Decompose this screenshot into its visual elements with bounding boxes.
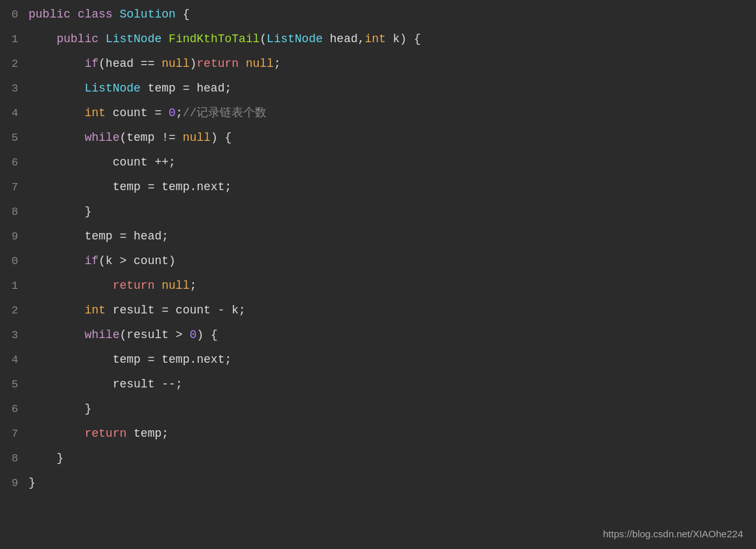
line-num-8: 8 xyxy=(0,204,18,221)
watermark: https://blog.csdn.net/XIAOhe224 xyxy=(603,526,743,541)
line-content-19: } xyxy=(29,474,756,493)
line-content-15: result --; xyxy=(29,376,756,394)
code-line-2: 2 if(head == null)return null; xyxy=(0,55,756,79)
code-line-6: 6 count ++; xyxy=(0,153,756,178)
line-content-16: } xyxy=(29,400,756,419)
line-content-2: if(head == null)return null; xyxy=(29,55,756,73)
line-content-14: temp = temp.next; xyxy=(29,351,756,369)
line-content-11: return null; xyxy=(29,277,756,295)
code-line-11: 1 return null; xyxy=(0,276,756,301)
line-num-1: 1 xyxy=(0,31,18,48)
line-num-10: 0 xyxy=(0,253,18,270)
line-num-11: 1 xyxy=(0,278,18,295)
code-editor: 0 public class Solution { 1 public ListN… xyxy=(0,0,756,549)
code-line-16: 6 } xyxy=(0,400,756,424)
line-num-5: 5 xyxy=(0,130,18,147)
line-content-3: ListNode temp = head; xyxy=(29,80,756,98)
line-content-8: } xyxy=(29,203,756,221)
code-line-0: 0 public class Solution { xyxy=(0,5,756,30)
line-num-16: 6 xyxy=(0,401,18,418)
code-line-18: 8 } xyxy=(0,449,756,474)
line-num-3: 3 xyxy=(0,80,18,97)
code-line-1: 1 public ListNode FindKthToTail(ListNode… xyxy=(0,30,756,55)
code-line-19: 9 } xyxy=(0,474,756,498)
code-line-7: 7 temp = temp.next; xyxy=(0,178,756,202)
line-num-7: 7 xyxy=(0,179,18,196)
code-line-13: 3 while(result > 0) { xyxy=(0,326,756,350)
line-num-4: 4 xyxy=(0,105,18,122)
code-line-12: 2 int result = count - k; xyxy=(0,301,756,326)
line-content-18: } xyxy=(29,450,756,468)
line-num-2: 2 xyxy=(0,56,18,73)
line-content-0: public class Solution { xyxy=(29,6,756,24)
line-num-17: 7 xyxy=(0,426,18,443)
line-content-7: temp = temp.next; xyxy=(29,178,756,197)
line-num-14: 4 xyxy=(0,352,18,369)
code-line-17: 7 return temp; xyxy=(0,424,756,449)
code-line-14: 4 temp = temp.next; xyxy=(0,350,756,375)
line-content-9: temp = head; xyxy=(29,228,756,246)
line-num-18: 8 xyxy=(0,450,18,467)
code-line-15: 5 result --; xyxy=(0,375,756,400)
line-content-12: int result = count - k; xyxy=(29,302,756,320)
line-content-4: int count = 0;//记录链表个数 xyxy=(29,104,756,123)
line-num-12: 2 xyxy=(0,302,18,319)
code-line-4: 4 int count = 0;//记录链表个数 xyxy=(0,104,756,128)
line-content-5: while(temp != null) { xyxy=(29,129,756,147)
line-num-9: 9 xyxy=(0,228,18,245)
code-line-10: 0 if(k > count) xyxy=(0,252,756,276)
line-num-0: 0 xyxy=(0,6,18,23)
line-content-1: public ListNode FindKthToTail(ListNode h… xyxy=(29,30,756,49)
code-line-3: 3 ListNode temp = head; xyxy=(0,79,756,104)
line-num-13: 3 xyxy=(0,327,18,344)
line-num-6: 6 xyxy=(0,154,18,171)
line-content-17: return temp; xyxy=(29,425,756,443)
line-content-6: count ++; xyxy=(29,154,756,172)
line-content-10: if(k > count) xyxy=(29,252,756,271)
code-line-8: 8 } xyxy=(0,202,756,227)
code-line-5: 5 while(temp != null) { xyxy=(0,128,756,153)
line-content-13: while(result > 0) { xyxy=(29,326,756,345)
line-num-15: 5 xyxy=(0,376,18,393)
line-num-19: 9 xyxy=(0,475,18,492)
code-line-9: 9 temp = head; xyxy=(0,227,756,252)
